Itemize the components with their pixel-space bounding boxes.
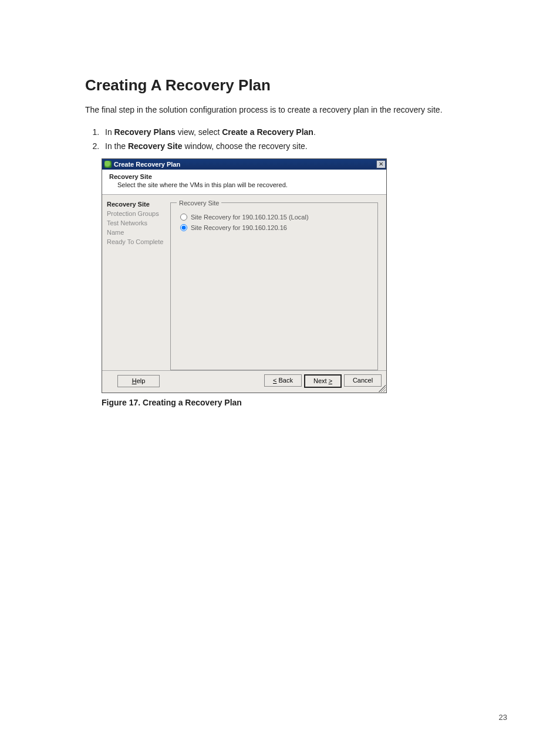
wizard-nav-protection-groups[interactable]: Protection Groups [107, 209, 168, 218]
step-1-text-1: In [105, 127, 114, 137]
next-button[interactable]: Next > [304, 374, 342, 388]
cancel-button[interactable]: Cancel [344, 374, 382, 387]
close-button[interactable]: ✕ [376, 160, 386, 168]
site-option-1-radio[interactable] [180, 214, 187, 221]
recovery-site-legend: Recovery Site [177, 199, 221, 207]
site-option-1[interactable]: Site Recovery for 190.160.120.15 (Local) [180, 214, 372, 221]
wizard-nav-recovery-site[interactable]: Recovery Site [107, 199, 168, 209]
step-2: In the Recovery Site window, choose the … [102, 140, 507, 152]
wizard-icon [104, 161, 112, 168]
site-option-1-label: Site Recovery for 190.160.120.15 (Local) [191, 214, 309, 221]
wizard-nav-ready[interactable]: Ready To Complete [107, 237, 168, 246]
steps-list: In Recovery Plans view, select Create a … [85, 126, 507, 153]
step-2-bold-1: Recovery Site [128, 141, 183, 151]
resize-grip-icon[interactable] [379, 385, 386, 392]
page-title: Creating A Recovery Plan [85, 76, 507, 94]
wizard-nav-test-networks[interactable]: Test Networks [107, 218, 168, 228]
back-button[interactable]: < Back [264, 374, 302, 387]
intro-paragraph: The final step in the solution configura… [85, 105, 507, 114]
help-button[interactable]: Help [117, 375, 160, 387]
dialog-titlebar[interactable]: Create Recovery Plan ✕ [102, 159, 386, 170]
step-1-text-2: view, select [176, 127, 222, 137]
step-2-text-2: window, choose the recovery site. [183, 141, 308, 151]
site-option-2[interactable]: Site Recovery for 190.160.120.16 [180, 224, 372, 231]
step-2-text-1: In the [105, 141, 128, 151]
wizard-nav: Recovery Site Protection Groups Test Net… [102, 195, 170, 370]
figure-caption: Figure 17. Creating a Recovery Plan [102, 398, 507, 407]
step-1-bold-1: Recovery Plans [114, 127, 176, 137]
create-recovery-plan-dialog: Create Recovery Plan ✕ Recovery Site Sel… [102, 158, 387, 393]
recovery-site-fieldset: Recovery Site Site Recovery for 190.160.… [170, 199, 378, 370]
dialog-header: Recovery Site Select the site where the … [102, 170, 386, 195]
step-1-text-3: . [313, 127, 316, 137]
wizard-nav-name[interactable]: Name [107, 228, 168, 237]
dialog-body: Recovery Site Protection Groups Test Net… [102, 195, 386, 371]
site-option-2-label: Site Recovery for 190.160.120.16 [191, 224, 287, 231]
dialog-footer: Help < Back Next > Cancel [102, 371, 386, 393]
step-1-bold-2: Create a Recovery Plan [222, 127, 313, 137]
site-option-2-radio[interactable] [180, 224, 187, 231]
step-1: In Recovery Plans view, select Create a … [102, 126, 507, 138]
dialog-header-title: Recovery Site [109, 173, 386, 180]
dialog-content: Recovery Site Site Recovery for 190.160.… [170, 195, 386, 370]
dialog-title: Create Recovery Plan [114, 161, 376, 168]
dialog-header-subtitle: Select the site where the VMs in this pl… [109, 181, 386, 188]
page-number: 23 [499, 713, 507, 722]
